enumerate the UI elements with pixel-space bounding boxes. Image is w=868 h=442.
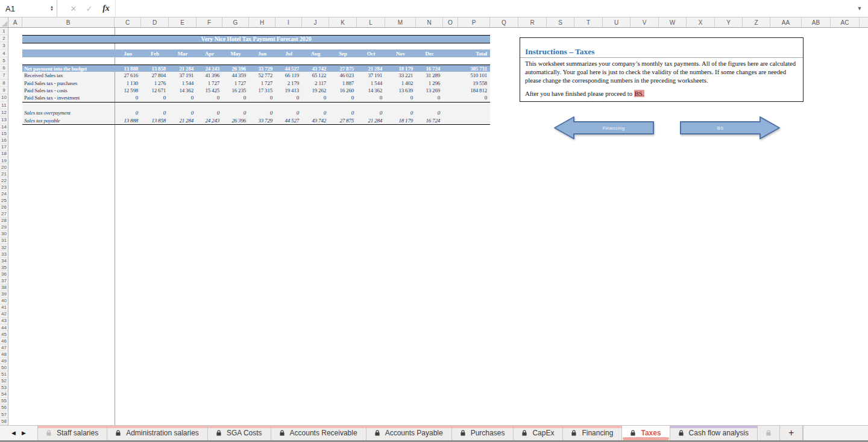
value-cell[interactable]: 1 296: [416, 80, 443, 87]
column-header-AB[interactable]: AB: [802, 17, 831, 27]
row-header-27[interactable]: 27: [0, 211, 8, 218]
row-header-48[interactable]: 48: [0, 351, 8, 358]
value-cell[interactable]: 13 858: [141, 65, 169, 72]
row-header-8[interactable]: 8: [0, 80, 8, 87]
spacer-cell[interactable]: [443, 116, 458, 124]
sheet-cells-area[interactable]: Very Nice Hotel Tax Payment Forecast 202…: [8, 28, 868, 425]
value-cell[interactable]: 21 284: [169, 65, 197, 72]
column-header-M[interactable]: M: [385, 17, 416, 27]
column-header-O[interactable]: O: [443, 17, 458, 27]
column-header-N[interactable]: N: [416, 17, 443, 27]
spacer-cell[interactable]: [443, 65, 458, 72]
cell-name-box[interactable]: A1 ▲ ▼: [0, 0, 57, 17]
row-header-25[interactable]: 25: [0, 197, 8, 204]
cancel-icon[interactable]: ✕: [66, 4, 81, 13]
spacer-cell[interactable]: [443, 80, 458, 87]
total-cell[interactable]: 305 731: [458, 65, 490, 72]
spacer-cell[interactable]: [443, 87, 458, 94]
row-header-42[interactable]: 42: [0, 311, 8, 318]
column-header-D[interactable]: D: [141, 17, 169, 27]
row-header-43[interactable]: 43: [0, 318, 8, 324]
row-header-51[interactable]: 51: [0, 371, 8, 378]
value-cell[interactable]: 26 396: [222, 116, 249, 124]
value-cell[interactable]: 0: [329, 94, 357, 101]
value-cell[interactable]: 13 888: [115, 116, 141, 124]
sheet-tab-accounts-payable[interactable]: Accounts Payable: [366, 426, 451, 440]
value-cell[interactable]: 31 289: [416, 72, 443, 79]
value-cell[interactable]: 14 362: [357, 87, 385, 94]
row-header-21[interactable]: 21: [0, 171, 8, 177]
value-cell[interactable]: 27 804: [141, 72, 169, 79]
row-header-31[interactable]: 31: [0, 238, 8, 244]
value-cell[interactable]: 1 727: [197, 80, 222, 87]
value-cell[interactable]: 0: [302, 94, 329, 101]
value-cell[interactable]: 0: [197, 109, 222, 116]
row-header-1[interactable]: 1: [0, 28, 8, 35]
value-cell[interactable]: 16 260: [329, 87, 357, 94]
column-header-W[interactable]: W: [659, 17, 687, 27]
value-cell[interactable]: 18 179: [385, 65, 416, 72]
value-cell[interactable]: 1 544: [357, 80, 385, 87]
accept-icon[interactable]: ✓: [81, 4, 97, 13]
row-header-53[interactable]: 53: [0, 385, 8, 391]
row-header-6[interactable]: 6: [0, 65, 8, 72]
value-cell[interactable]: 13 639: [385, 87, 416, 94]
value-cell[interactable]: 0: [416, 109, 443, 116]
row-header-49[interactable]: 49: [0, 358, 8, 364]
value-cell[interactable]: 0: [115, 109, 141, 116]
value-cell[interactable]: 0: [222, 109, 249, 116]
value-cell[interactable]: 12 671: [141, 87, 169, 94]
row-header-58[interactable]: 58: [0, 418, 8, 425]
column-header-I[interactable]: I: [275, 17, 302, 27]
row-label[interactable]: Paid Sales tax - costs: [22, 87, 115, 94]
value-cell[interactable]: 0: [249, 109, 275, 116]
value-cell[interactable]: 18 179: [385, 116, 416, 124]
column-header-C[interactable]: C: [115, 17, 141, 27]
row-header-30[interactable]: 30: [0, 231, 8, 238]
column-header-B[interactable]: B: [22, 17, 115, 27]
value-cell[interactable]: 0: [357, 109, 385, 116]
tabs-scroll-right-icon[interactable]: ▶: [22, 430, 26, 436]
row-header-12[interactable]: 12: [0, 109, 8, 116]
column-header-AA[interactable]: AA: [770, 17, 802, 27]
column-header-Q[interactable]: Q: [490, 17, 518, 27]
value-cell[interactable]: 0: [169, 94, 197, 101]
value-cell[interactable]: 52 772: [249, 72, 275, 79]
value-cell[interactable]: 27 875: [329, 116, 357, 124]
total-cell[interactable]: 0: [458, 94, 490, 101]
row-header-38[interactable]: 38: [0, 285, 8, 291]
formula-input[interactable]: [115, 0, 851, 17]
value-cell[interactable]: 1 727: [249, 80, 275, 87]
add-sheet-button[interactable]: +: [779, 426, 803, 440]
spacer-cell[interactable]: [443, 94, 458, 101]
value-cell[interactable]: 19 413: [275, 87, 302, 94]
row-header-54[interactable]: 54: [0, 391, 8, 398]
column-header-H[interactable]: H: [249, 17, 275, 27]
row-header-32[interactable]: 32: [0, 244, 8, 251]
column-header-S[interactable]: S: [547, 17, 574, 27]
row-header-40[interactable]: 40: [0, 298, 8, 305]
value-cell[interactable]: 37 191: [169, 72, 197, 79]
column-header-U[interactable]: U: [603, 17, 631, 27]
value-cell[interactable]: 1 130: [115, 80, 141, 87]
column-header-L[interactable]: L: [357, 17, 385, 27]
value-cell[interactable]: 21 284: [357, 116, 385, 124]
value-cell[interactable]: 41 396: [197, 72, 222, 79]
row-header-44[interactable]: 44: [0, 324, 8, 331]
value-cell[interactable]: 66 119: [275, 72, 302, 79]
value-cell[interactable]: 1 402: [385, 80, 416, 87]
value-cell[interactable]: 16 724: [416, 65, 443, 72]
sheet-tab-accounts-receivable[interactable]: Accounts Receivable: [271, 426, 366, 440]
row-header-14[interactable]: 14: [0, 124, 8, 131]
value-cell[interactable]: 43 742: [302, 116, 329, 124]
value-cell[interactable]: 0: [329, 109, 357, 116]
value-cell[interactable]: 37 191: [357, 72, 385, 79]
value-cell[interactable]: 44 527: [275, 116, 302, 124]
row-label[interactable]: Received Sales tax: [22, 72, 115, 79]
spacer-cell[interactable]: [443, 109, 458, 116]
value-cell[interactable]: 21 284: [169, 116, 197, 124]
column-header-V[interactable]: V: [631, 17, 659, 27]
value-cell[interactable]: 0: [275, 94, 302, 101]
row-label[interactable]: Sales tax payable: [22, 116, 115, 124]
sheet-tab-capex[interactable]: CapEx: [513, 426, 562, 440]
